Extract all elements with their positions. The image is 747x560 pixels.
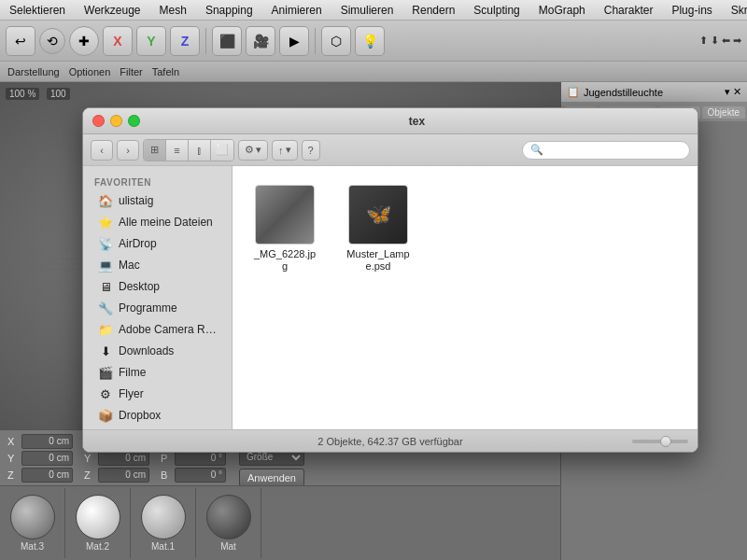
jpg-preview [256, 186, 314, 244]
coord-row-z1: Z [7, 468, 73, 483]
coord-row-y1: Y [7, 451, 73, 466]
menu-item-simulieren[interactable]: Simulieren [337, 2, 398, 19]
view-column-button[interactable]: ⫿ [189, 140, 211, 161]
material-sphere-mat2 [76, 495, 120, 539]
sidebar-item-adobe-camera-raw[interactable]: 📁 Adobe Camera Raw [87, 319, 228, 340]
toolbar-btn-1[interactable]: ↩ [6, 26, 35, 56]
menu-item-skript[interactable]: Skript [727, 2, 747, 19]
home-icon: 🏠 [98, 193, 113, 208]
search-box: 🔍 [522, 141, 690, 160]
right-tab-objekte[interactable]: Objekte [702, 106, 745, 119]
file-item-mg6228[interactable]: _MG_6228.jpg [247, 181, 322, 276]
toolbar-btn-play[interactable]: ⬛ [212, 26, 242, 56]
help-button[interactable]: ? [302, 140, 320, 161]
menu-item-animieren[interactable]: Animieren [268, 2, 326, 19]
sidebar-item-dropbox[interactable]: 📦 Dropbox [87, 405, 228, 426]
window-maximize-button[interactable] [128, 115, 140, 127]
sidebar-label-desktop: Desktop [119, 280, 160, 293]
toolbar-btn-y[interactable]: Y [136, 26, 166, 56]
material-item-mat1[interactable]: Mat.1 [131, 488, 196, 558]
menu-item-sculpting[interactable]: Sculpting [470, 2, 523, 19]
toolbar-btn-2[interactable]: ⟲ [39, 28, 65, 54]
menu-item-werkzeuge[interactable]: Werkzeuge [80, 2, 144, 19]
second-toolbar: Darstellung Optionen Filter Tafeln [0, 62, 747, 82]
psd-pattern-icon: 🦋 [366, 203, 391, 227]
view-icon-button[interactable]: ⊞ [144, 140, 166, 161]
apply-button[interactable]: Anwenden [239, 469, 304, 487]
toolbar-btn-x[interactable]: X [103, 26, 133, 56]
apps-icon: 🔧 [98, 301, 113, 315]
menu-item-selektieren[interactable]: Selektieren [6, 2, 69, 19]
finder-files-area[interactable]: _MG_6228.jpg 🦋 Muster_Lampe.psd [233, 166, 698, 429]
coord-input-b[interactable] [175, 468, 226, 483]
view-list-button[interactable]: ≡ [166, 140, 189, 161]
sidebar-item-alle-dateien[interactable]: ⭐ Alle meine Dateien [87, 212, 228, 232]
material-sphere-mat [206, 495, 251, 539]
window-minimize-button[interactable] [110, 115, 122, 127]
coord-input-x1[interactable] [21, 434, 73, 449]
coord-label-p: P [161, 453, 172, 464]
action-dropdown-arrow: ▾ [256, 144, 261, 156]
sidebar-item-mac[interactable]: 💻 Mac [87, 255, 228, 275]
material-item-mat3[interactable]: Mat.3 [0, 488, 65, 558]
toolbar2-tafeln[interactable]: Tafeln [152, 66, 179, 77]
right-panel-icon: 📋 [567, 86, 580, 98]
sidebar-label-airdrop: AirDrop [119, 237, 157, 250]
action-button[interactable]: ⚙ ▾ [238, 140, 268, 161]
sidebar-item-desktop[interactable]: 🖥 Desktop [87, 276, 228, 297]
toolbar-sep-1 [205, 28, 206, 54]
sidebar-label-adobe-camera-raw: Adobe Camera Raw [119, 323, 217, 336]
window-close-button[interactable] [92, 115, 105, 127]
sidebar-item-programme[interactable]: 🔧 Programme [87, 298, 228, 318]
toolbar-btn-3[interactable]: ✚ [69, 26, 99, 56]
share-dropdown-arrow: ▾ [286, 144, 291, 156]
menu-item-mesh[interactable]: Mesh [156, 2, 190, 19]
sidebar-item-filme[interactable]: 🎬 Filme [87, 362, 228, 383]
menu-item-charakter[interactable]: Charakter [600, 2, 657, 19]
menu-item-snapping[interactable]: Snapping [202, 2, 257, 19]
toolbar-btn-light[interactable]: 💡 [355, 26, 385, 56]
movies-icon: 🎬 [98, 365, 113, 380]
file-thumbnail-muster-lampe: 🦋 [348, 185, 408, 245]
coord-input-z2[interactable] [98, 468, 149, 483]
toolbar-arrows: ⬆ ⬇ ⬅ ➡ [699, 35, 741, 47]
star-icon: ⭐ [98, 215, 113, 230]
menu-item-rendern[interactable]: Rendern [408, 2, 458, 19]
sidebar-item-ulistaig[interactable]: 🏠 ulistaig [87, 190, 228, 211]
menu-item-plugins[interactable]: Plug-ins [668, 2, 715, 19]
coord-input-z1[interactable] [21, 468, 73, 483]
toolbar2-darstellung[interactable]: Darstellung [7, 66, 60, 77]
slider-thumb [660, 436, 671, 447]
right-panel-controls: ▾ ✕ [725, 86, 741, 98]
sidebar-item-airdrop[interactable]: 📡 AirDrop [87, 233, 228, 254]
material-item-mat[interactable]: Mat [196, 488, 261, 558]
share-button[interactable]: ↑ ▾ [272, 140, 298, 161]
finder-title: tex [146, 115, 688, 128]
file-name-muster-lampe: Muster_Lampe.psd [345, 248, 412, 273]
view-coverflow-button[interactable]: ⬜ [211, 140, 233, 161]
sidebar-item-flyer[interactable]: ⚙ Flyer [87, 384, 228, 404]
menu-item-mograph[interactable]: MoGraph [535, 2, 589, 19]
nav-forward-button[interactable]: › [117, 140, 139, 161]
size-slider[interactable] [632, 440, 688, 443]
sidebar-item-downloads[interactable]: ⬇ Downloads [87, 341, 228, 361]
toolbar-btn-shape[interactable]: ⬡ [321, 26, 351, 56]
finder-dialog: tex ‹ › ⊞ ≡ ⫿ ⬜ ⚙ ▾ ↑ ▾ ? 🔍 FAVORITEN 🏠 [82, 107, 698, 453]
material-item-mat2[interactable]: Mat.2 [65, 488, 131, 558]
toolbar-btn-camera[interactable]: 🎥 [246, 26, 275, 56]
finder-body: FAVORITEN 🏠 ulistaig ⭐ Alle meine Dateie… [83, 166, 698, 429]
nav-back-button[interactable]: ‹ [91, 140, 113, 161]
toolbar-btn-render[interactable]: ▶ [279, 26, 309, 56]
search-input[interactable] [547, 145, 682, 156]
materials-bar: Mat.3 Mat.2 Mat.1 Mat [0, 485, 560, 560]
finder-toolbar: ‹ › ⊞ ≡ ⫿ ⬜ ⚙ ▾ ↑ ▾ ? 🔍 [83, 134, 698, 166]
file-item-muster-lampe[interactable]: 🦋 Muster_Lampe.psd [341, 181, 416, 276]
toolbar2-optionen[interactable]: Optionen [69, 66, 111, 77]
toolbar2-filter[interactable]: Filter [120, 66, 142, 77]
coord-input-y1[interactable] [21, 451, 73, 466]
menu-bar: Selektieren Werkzeuge Mesh Snapping Anim… [0, 0, 747, 21]
coord-label-z2: Z [84, 469, 95, 481]
sidebar-favoriten-header: FAVORITEN [83, 174, 232, 189]
material-sphere-mat3 [10, 495, 55, 539]
toolbar-btn-z[interactable]: Z [170, 26, 200, 56]
